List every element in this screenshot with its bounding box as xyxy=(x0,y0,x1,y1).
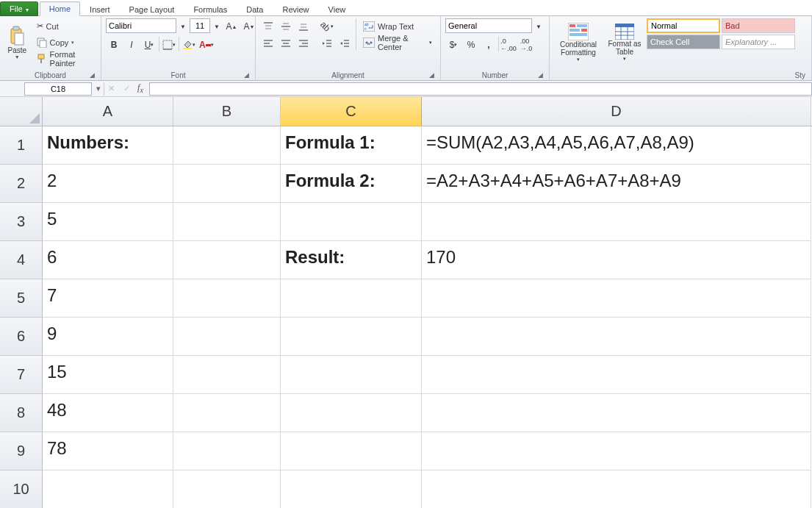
italic-button[interactable]: I xyxy=(123,37,140,53)
name-box-dropdown[interactable]: ▾ xyxy=(93,84,104,93)
merge-center-button[interactable]: a Merge & Center ▾ xyxy=(359,35,436,50)
row-header-6[interactable]: 6 xyxy=(0,318,43,356)
cell-C2[interactable]: Formula 2: xyxy=(281,165,422,203)
decrease-decimal-button[interactable]: .00→.0 xyxy=(518,37,534,53)
cell-style-normal[interactable]: Normal xyxy=(647,18,720,33)
select-all-corner[interactable] xyxy=(0,97,43,126)
row-header-4[interactable]: 4 xyxy=(0,241,43,279)
orientation-button[interactable]: ab▾ xyxy=(319,18,335,35)
cell-D1[interactable]: =SUM(A2,A3,A4,A5,A6,A7,A8,A9) xyxy=(422,126,811,165)
cell-C3[interactable] xyxy=(281,203,422,241)
decrease-indent-button[interactable] xyxy=(319,35,335,51)
cell-A2[interactable]: 2 xyxy=(43,165,173,203)
cell-B8[interactable] xyxy=(173,394,281,432)
cell-C5[interactable] xyxy=(281,279,422,318)
cell-A7[interactable]: 15 xyxy=(43,356,173,394)
tab-file[interactable]: File xyxy=(0,1,38,16)
cell-A4[interactable]: 6 xyxy=(43,241,173,279)
tab-formulas[interactable]: Formulas xyxy=(184,2,237,16)
cell-D8[interactable] xyxy=(422,394,811,432)
column-header-B[interactable]: B xyxy=(173,97,281,126)
cell-B7[interactable] xyxy=(173,356,281,394)
comma-button[interactable]: , xyxy=(481,37,497,53)
cell-D2[interactable]: =A2+A3+A4+A5+A6+A7+A8+A9 xyxy=(422,165,811,203)
name-box[interactable] xyxy=(24,82,92,96)
cell-style-check[interactable]: Check Cell xyxy=(647,35,720,49)
cell-A6[interactable]: 9 xyxy=(43,318,173,356)
row-header-7[interactable]: 7 xyxy=(0,356,43,394)
cell-A1[interactable]: Numbers: xyxy=(43,126,173,165)
row-header-1[interactable]: 1 xyxy=(0,126,43,165)
column-header-D[interactable]: D xyxy=(422,97,811,126)
cell-D3[interactable] xyxy=(422,203,811,241)
cell-C7[interactable] xyxy=(281,356,422,394)
row-header-3[interactable]: 3 xyxy=(0,203,43,241)
font-size-select[interactable] xyxy=(190,18,210,33)
cell-C6[interactable] xyxy=(281,318,422,356)
cell-D10[interactable] xyxy=(422,471,811,508)
wrap-text-button[interactable]: abc Wrap Text xyxy=(359,18,436,34)
cell-A9[interactable]: 78 xyxy=(43,432,173,471)
column-header-C[interactable]: C xyxy=(281,97,422,126)
tab-insert[interactable]: Insert xyxy=(80,2,120,16)
cell-C9[interactable] xyxy=(281,432,422,471)
font-name-select[interactable] xyxy=(106,18,176,33)
increase-indent-button[interactable] xyxy=(337,35,353,51)
borders-button[interactable]: ▾ xyxy=(161,37,177,53)
tab-data[interactable]: Data xyxy=(237,2,273,16)
bold-button[interactable]: B xyxy=(106,37,122,53)
row-header-2[interactable]: 2 xyxy=(0,165,43,203)
cell-D6[interactable] xyxy=(422,318,811,356)
tab-review[interactable]: Review xyxy=(273,2,318,16)
increase-decimal-button[interactable]: .0←.00 xyxy=(500,37,517,53)
row-header-5[interactable]: 5 xyxy=(0,279,43,318)
cell-style-explanatory[interactable]: Explanatory ... xyxy=(722,35,795,49)
insert-function-button[interactable]: fx xyxy=(133,82,148,94)
cell-B3[interactable] xyxy=(173,203,281,241)
cell-B4[interactable] xyxy=(173,241,281,279)
underline-button[interactable]: U▾ xyxy=(141,37,157,53)
cell-A5[interactable]: 7 xyxy=(43,279,173,318)
cell-A3[interactable]: 5 xyxy=(43,203,173,241)
paste-button[interactable]: Paste ▼ xyxy=(4,18,30,67)
row-header-9[interactable]: 9 xyxy=(0,432,43,471)
decrease-font-button[interactable]: A▼ xyxy=(241,18,257,35)
cell-C4[interactable]: Result: xyxy=(281,241,422,279)
align-bottom-button[interactable] xyxy=(295,18,312,35)
cell-D7[interactable] xyxy=(422,356,811,394)
cell-D4[interactable]: 170 xyxy=(422,241,811,279)
cell-B5[interactable] xyxy=(173,279,281,318)
column-header-A[interactable]: A xyxy=(43,97,173,126)
clipboard-launcher[interactable]: ◢ xyxy=(87,71,96,79)
cell-B6[interactable] xyxy=(173,318,281,356)
cell-C1[interactable]: Formula 1: xyxy=(281,126,422,165)
percent-button[interactable]: % xyxy=(463,37,479,53)
font-size-dropdown[interactable]: ▼ xyxy=(212,18,222,35)
cell-A8[interactable]: 48 xyxy=(43,394,173,432)
cell-B1[interactable] xyxy=(173,126,281,165)
tab-view[interactable]: View xyxy=(319,2,356,16)
align-middle-button[interactable] xyxy=(278,18,294,35)
font-color-button[interactable]: A ▾ xyxy=(198,37,215,53)
increase-font-button[interactable]: A▲ xyxy=(223,18,240,35)
row-header-10[interactable]: 10 xyxy=(0,471,43,508)
cell-B9[interactable] xyxy=(173,432,281,471)
cell-style-bad[interactable]: Bad xyxy=(722,18,795,33)
tab-page-layout[interactable]: Page Layout xyxy=(120,2,184,16)
format-painter-button[interactable]: Format Painter xyxy=(33,51,96,66)
tab-home[interactable]: Home xyxy=(40,1,80,16)
row-header-8[interactable]: 8 xyxy=(0,394,43,432)
conditional-formatting-button[interactable]: Conditional Formatting▾ xyxy=(554,18,603,67)
align-center-button[interactable] xyxy=(278,35,294,51)
copy-button[interactable]: Copy ▾ xyxy=(33,35,96,50)
align-right-button[interactable] xyxy=(295,35,312,51)
fill-color-button[interactable]: ▾ xyxy=(181,37,197,53)
cell-B10[interactable] xyxy=(173,471,281,508)
cell-C10[interactable] xyxy=(281,471,422,508)
font-launcher[interactable]: ◢ xyxy=(242,71,251,79)
formula-input[interactable] xyxy=(149,82,812,96)
cell-D9[interactable] xyxy=(422,432,811,471)
accounting-format-button[interactable]: $▾ xyxy=(445,37,461,53)
align-left-button[interactable] xyxy=(260,35,276,51)
format-as-table-button[interactable]: Format as Table▾ xyxy=(606,18,644,67)
